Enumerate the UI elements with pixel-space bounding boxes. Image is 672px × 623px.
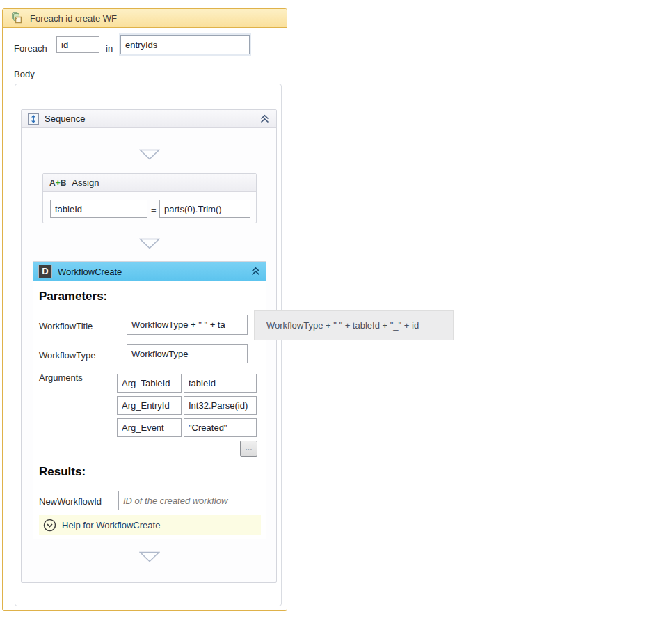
result-label: NewWorkflowId: [39, 494, 102, 510]
parameters-heading: Parameters:: [39, 290, 107, 303]
workflow-type-input[interactable]: [127, 344, 248, 363]
workflow-create-header[interactable]: D WorkflowCreate: [33, 262, 266, 281]
assign-equals: =: [151, 202, 157, 219]
help-expander[interactable]: Help for WorkflowCreate: [39, 515, 261, 535]
assign-to-input[interactable]: [50, 200, 147, 218]
argument-value-input[interactable]: [184, 396, 257, 415]
drop-target-triangle: [139, 551, 160, 562]
collapse-chevron-icon[interactable]: [259, 114, 270, 124]
sequence-title: Sequence: [45, 113, 86, 124]
workflow-title-label: WorkflowTitle: [39, 318, 93, 335]
body-label: Body: [14, 66, 35, 83]
results-heading: Results:: [39, 465, 86, 479]
argument-value-input[interactable]: [184, 418, 257, 437]
sequence-header[interactable]: Sequence: [22, 110, 276, 128]
foreach-title: Foreach id create WF: [30, 13, 117, 24]
workflow-type-label: WorkflowType: [39, 347, 95, 364]
drop-target-triangle: [139, 238, 160, 249]
help-label: Help for WorkflowCreate: [62, 520, 160, 530]
argument-name-input[interactable]: [117, 396, 182, 415]
workflow-create-icon: D: [38, 265, 52, 278]
foreach-label: Foreach: [14, 40, 47, 57]
expression-tooltip: WorkflowType + " " + tableId + "_" + id: [254, 310, 454, 340]
foreach-body-panel[interactable]: Sequence A+B Assign: [15, 84, 282, 606]
in-label: in: [106, 40, 113, 57]
assign-icon: A+B: [49, 178, 66, 188]
sequence-activity[interactable]: Sequence A+B Assign: [21, 109, 277, 583]
foreach-activity-header[interactable]: Foreach id create WF: [3, 9, 287, 28]
workflow-create-activity[interactable]: D WorkflowCreate Parameters: WorkflowTit…: [33, 261, 266, 539]
more-arguments-button[interactable]: ...: [240, 441, 257, 457]
workflow-create-title: WorkflowCreate: [58, 267, 122, 277]
collapse-chevron-icon[interactable]: [250, 267, 261, 276]
new-workflow-id-input[interactable]: [118, 491, 257, 510]
assign-header[interactable]: A+B Assign: [43, 174, 256, 192]
assign-activity[interactable]: A+B Assign =: [42, 173, 257, 223]
argument-name-input[interactable]: [117, 374, 182, 393]
workflow-title-input[interactable]: [127, 315, 248, 335]
argument-name-input[interactable]: [117, 418, 182, 437]
drop-target-triangle: [139, 149, 160, 160]
foreach-activity[interactable]: Foreach id create WF Foreach in Body Seq…: [2, 8, 287, 611]
sequence-icon: [28, 113, 39, 125]
argument-value-input[interactable]: [184, 374, 257, 393]
foreach-collection-input[interactable]: [120, 35, 250, 54]
expand-chevron-circle-icon[interactable]: [43, 519, 56, 532]
assign-value-input[interactable]: [159, 200, 250, 218]
workflow-designer-canvas: { "colors": { "foreach_border": "#dfb24a…: [0, 0, 672, 623]
foreach-icon: [11, 12, 24, 24]
arguments-label: Arguments: [39, 370, 83, 386]
assign-title: Assign: [72, 178, 99, 188]
foreach-variable-input[interactable]: [56, 36, 99, 53]
